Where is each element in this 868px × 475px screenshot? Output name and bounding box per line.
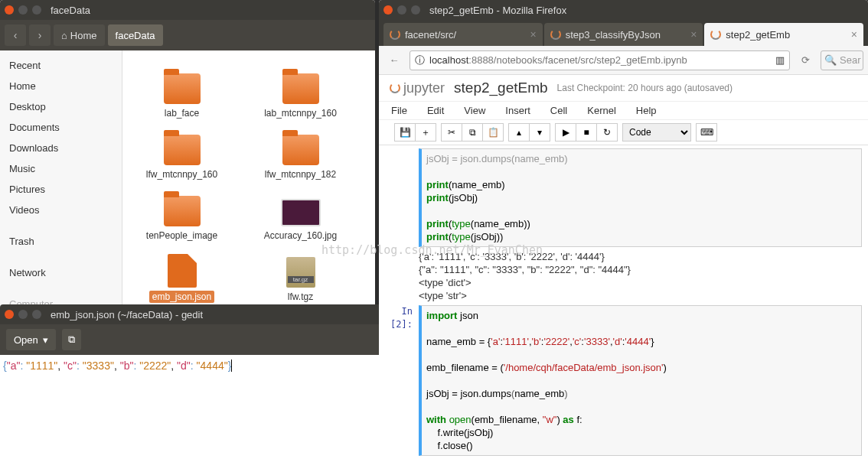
image-icon <box>281 199 321 226</box>
jupyter-toolbar: 💾 ＋ ✂ ⧉ 📋 ▴ ▾ ▶ ■ ↻ Code ⌨ <box>379 119 868 145</box>
output-text: {'a': '1111', 'c': '3333', 'b': '2222', … <box>419 250 862 302</box>
file-item[interactable]: lab_face <box>122 58 241 119</box>
file-item[interactable]: emb_json.json <box>122 242 241 303</box>
firefox-tabbar: facenet/src/×step3_classifyByJson×step2_… <box>379 20 868 46</box>
folder-icon <box>164 196 201 226</box>
close-icon[interactable] <box>5 310 14 319</box>
menu-item[interactable]: Kernel <box>587 105 616 116</box>
sidebar-item[interactable]: Trash <box>0 231 122 252</box>
tab-label: step3_classifyByJson <box>566 29 661 41</box>
file-label: lfw.tgz <box>285 291 316 303</box>
sidebar-item[interactable]: Network <box>0 262 122 283</box>
file-label: lab_mtcnnpy_160 <box>261 107 340 119</box>
code-body[interactable]: jsObj = json.dumps(name_emb) print(name_… <box>419 148 862 247</box>
sidebar-item[interactable]: Downloads <box>0 138 122 158</box>
url-path: /notebooks/facenet/src/step2_getEmb.ipyn… <box>494 54 687 66</box>
nautilus-pathbar: ‹ › ⌂ Home faceData <box>0 20 375 50</box>
new-tab-button[interactable]: ⧉ <box>62 329 81 350</box>
file-item[interactable]: tenPeople_image <box>122 181 241 242</box>
code-cell[interactable]: jsObj = json.dumps(name_emb) print(name_… <box>385 148 862 247</box>
file-item[interactable]: Accuracy_160.jpg <box>241 181 360 242</box>
open-button[interactable]: Open▾ <box>6 329 56 350</box>
sidebar-item[interactable]: Music <box>0 158 122 179</box>
menu-item[interactable]: Cell <box>550 105 567 116</box>
jupyter-logo[interactable]: jupyter <box>390 80 445 96</box>
maximize-icon[interactable] <box>411 5 420 15</box>
folder-icon <box>164 135 201 165</box>
urlbar[interactable]: ⓘ localhost:8888/notebooks/facenet/src/s… <box>410 50 790 70</box>
browser-tab[interactable]: step3_classifyByJson× <box>544 23 703 46</box>
minimize-icon[interactable] <box>397 5 406 15</box>
move-up-button[interactable]: ▴ <box>508 123 530 142</box>
browser-tab[interactable]: facenet/src/× <box>383 23 543 46</box>
file-label: Accuracy_160.jpg <box>261 229 340 242</box>
window-title: emb_json.json (~/faceData) - gedit <box>51 309 203 320</box>
url-port: :8888 <box>468 54 494 66</box>
paste-button[interactable]: 📋 <box>482 123 504 142</box>
folder-icon <box>282 73 319 104</box>
breadcrumb-current[interactable]: faceData <box>108 24 163 46</box>
code-cell[interactable]: In [2]: import json name_emb = {'a':'111… <box>385 305 862 456</box>
tab-favicon <box>390 29 400 40</box>
restart-button[interactable]: ↻ <box>596 123 618 142</box>
copy-button[interactable]: ⧉ <box>462 123 483 142</box>
reader-icon[interactable]: ▥ <box>775 54 785 66</box>
file-item[interactable]: lfw.tgz <box>241 242 360 303</box>
menu-item[interactable]: Insert <box>505 105 530 116</box>
minimize-icon[interactable] <box>18 5 28 15</box>
folder-icon <box>164 73 201 104</box>
crumb-label: faceData <box>116 30 155 41</box>
minimize-icon[interactable] <box>18 310 28 319</box>
url-host: localhost <box>429 54 468 66</box>
back-button[interactable]: ← <box>383 50 405 70</box>
menu-item[interactable]: View <box>464 105 485 116</box>
close-icon[interactable] <box>383 5 393 15</box>
sidebar-item[interactable]: Home <box>0 76 122 96</box>
navigation-toolbar: ← ⓘ localhost:8888/notebooks/facenet/src… <box>379 46 868 75</box>
sidebar-item[interactable]: Pictures <box>0 179 122 200</box>
close-tab-icon[interactable]: × <box>690 28 697 41</box>
file-label: emb_json.json <box>149 291 214 303</box>
button-label: Open <box>14 334 38 346</box>
close-tab-icon[interactable]: × <box>851 28 857 41</box>
sidebar-item[interactable]: Videos <box>0 200 122 220</box>
celltype-select[interactable]: Code <box>622 123 691 142</box>
sidebar-item[interactable]: Desktop <box>0 96 122 117</box>
logo-text: jupyter <box>403 80 445 96</box>
save-button[interactable]: 💾 <box>394 123 416 142</box>
run-button[interactable]: ▶ <box>555 123 576 142</box>
notebook-title[interactable]: step2_getEmb <box>454 80 548 96</box>
breadcrumb-home[interactable]: ⌂ Home <box>54 24 105 46</box>
close-icon[interactable] <box>5 5 14 15</box>
maximize-icon[interactable] <box>32 5 41 15</box>
code-body[interactable]: import json name_emb = {'a':'1111','b':'… <box>419 305 862 456</box>
menu-item[interactable]: File <box>391 105 407 116</box>
cut-button[interactable]: ✂ <box>441 123 462 142</box>
menu-item[interactable]: Help <box>636 105 657 116</box>
sidebar-item[interactable]: Documents <box>0 117 122 138</box>
info-icon: ⓘ <box>415 54 425 67</box>
folder-icon <box>282 135 319 165</box>
sidebar-item[interactable]: Recent <box>0 55 122 76</box>
move-down-button[interactable]: ▾ <box>529 123 550 142</box>
reload-button[interactable]: ⟳ <box>795 50 816 70</box>
add-cell-button[interactable]: ＋ <box>415 123 436 142</box>
archive-icon <box>286 257 315 288</box>
json-file-icon <box>168 254 197 288</box>
back-button[interactable]: ‹ <box>5 24 26 46</box>
browser-tab[interactable]: step2_getEmb× <box>704 23 863 46</box>
menu-item[interactable]: Edit <box>427 105 444 116</box>
forward-button[interactable]: › <box>29 24 51 46</box>
file-item[interactable]: lab_mtcnnpy_160 <box>241 58 360 119</box>
checkpoint-text: Last Checkpoint: 20 hours ago (autosaved… <box>557 83 733 93</box>
searchbar[interactable]: 🔍 Sear <box>821 50 863 70</box>
maximize-icon[interactable] <box>32 310 41 319</box>
file-item[interactable]: lfw_mtcnnpy_160 <box>122 119 241 181</box>
command-palette-button[interactable]: ⌨ <box>696 123 717 142</box>
file-label: lfw_mtcnnpy_182 <box>262 168 339 181</box>
file-item[interactable]: lfw_mtcnnpy_182 <box>241 119 360 181</box>
jupyter-header: jupyter step2_getEmb Last Checkpoint: 20… <box>379 75 868 102</box>
close-tab-icon[interactable]: × <box>530 28 536 41</box>
crumb-label: Home <box>70 30 97 41</box>
stop-button[interactable]: ■ <box>576 123 597 142</box>
